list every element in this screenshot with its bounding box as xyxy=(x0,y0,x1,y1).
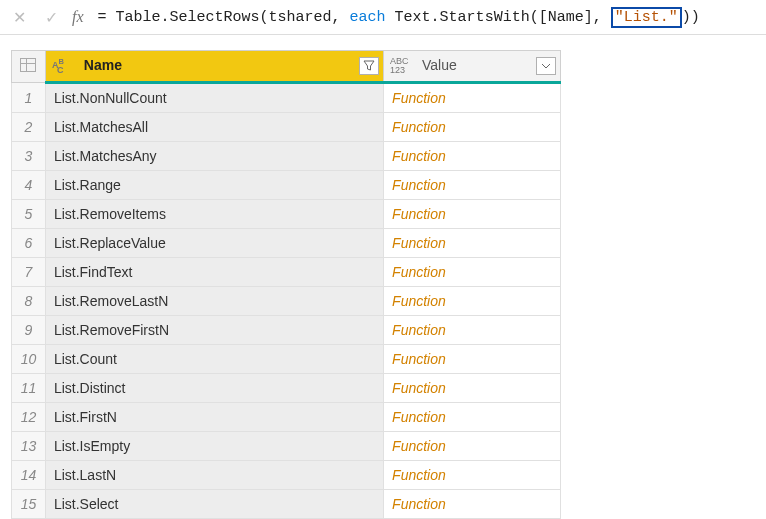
row-number[interactable]: 6 xyxy=(12,229,46,258)
row-number[interactable]: 12 xyxy=(12,403,46,432)
table-row[interactable]: 3List.MatchesAnyFunction xyxy=(12,142,561,171)
column-name-label: Name xyxy=(84,57,122,73)
row-number[interactable]: 1 xyxy=(12,83,46,113)
cell-name[interactable]: List.Range xyxy=(45,171,383,200)
row-number[interactable]: 3 xyxy=(12,142,46,171)
fx-icon[interactable]: fx xyxy=(72,8,84,26)
cell-value[interactable]: Function xyxy=(384,229,561,258)
cell-name[interactable]: List.RemoveLastN xyxy=(45,287,383,316)
cell-name[interactable]: List.NonNullCount xyxy=(45,83,383,113)
cell-name[interactable]: List.FirstN xyxy=(45,403,383,432)
cell-name[interactable]: List.MatchesAll xyxy=(45,113,383,142)
cell-value[interactable]: Function xyxy=(384,287,561,316)
cell-value[interactable]: Function xyxy=(384,171,561,200)
cell-value[interactable]: Function xyxy=(384,113,561,142)
row-number[interactable]: 15 xyxy=(12,490,46,519)
cell-name[interactable]: List.RemoveFirstN xyxy=(45,316,383,345)
row-number[interactable]: 8 xyxy=(12,287,46,316)
table-icon xyxy=(20,58,36,72)
cell-name[interactable]: List.MatchesAny xyxy=(45,142,383,171)
cell-value[interactable]: Function xyxy=(384,374,561,403)
cell-name[interactable]: List.FindText xyxy=(45,258,383,287)
row-number[interactable]: 14 xyxy=(12,461,46,490)
row-number[interactable]: 9 xyxy=(12,316,46,345)
cell-value[interactable]: Function xyxy=(384,461,561,490)
formula-pre: = Table.SelectRows(tshared, xyxy=(98,9,350,26)
row-number[interactable]: 13 xyxy=(12,432,46,461)
cell-value[interactable]: Function xyxy=(384,316,561,345)
table-row[interactable]: 1List.NonNullCountFunction xyxy=(12,83,561,113)
table-row[interactable]: 11List.DistinctFunction xyxy=(12,374,561,403)
row-number[interactable]: 11 xyxy=(12,374,46,403)
cell-value[interactable]: Function xyxy=(384,432,561,461)
dropdown-icon[interactable] xyxy=(536,57,556,75)
cell-name[interactable]: List.Select xyxy=(45,490,383,519)
cell-name[interactable]: List.Count xyxy=(45,345,383,374)
row-number[interactable]: 7 xyxy=(12,258,46,287)
cell-name[interactable]: List.RemoveItems xyxy=(45,200,383,229)
cell-value[interactable]: Function xyxy=(384,345,561,374)
row-number[interactable]: 5 xyxy=(12,200,46,229)
data-table: AB C Name ABC123 Value 1List.NonNullCoun… xyxy=(10,49,756,519)
text-type-icon: AB C xyxy=(52,57,76,75)
table-row[interactable]: 13List.IsEmptyFunction xyxy=(12,432,561,461)
table-row[interactable]: 7List.FindTextFunction xyxy=(12,258,561,287)
cell-name[interactable]: List.Distinct xyxy=(45,374,383,403)
table-row[interactable]: 12List.FirstNFunction xyxy=(12,403,561,432)
column-header-value[interactable]: ABC123 Value xyxy=(384,51,561,83)
table-row[interactable]: 9List.RemoveFirstNFunction xyxy=(12,316,561,345)
formula-highlight: "List." xyxy=(611,7,682,28)
cell-value[interactable]: Function xyxy=(384,403,561,432)
row-number[interactable]: 4 xyxy=(12,171,46,200)
check-icon[interactable]: ✓ xyxy=(40,6,62,28)
column-value-label: Value xyxy=(422,57,457,73)
table-row[interactable]: 6List.ReplaceValueFunction xyxy=(12,229,561,258)
any-type-icon: ABC123 xyxy=(390,57,414,75)
cancel-icon[interactable]: ✕ xyxy=(8,6,30,28)
cell-value[interactable]: Function xyxy=(384,142,561,171)
table-row[interactable]: 15List.SelectFunction xyxy=(12,490,561,519)
rownum-header[interactable] xyxy=(12,51,46,83)
table-row[interactable]: 4List.RangeFunction xyxy=(12,171,561,200)
cell-value[interactable]: Function xyxy=(384,490,561,519)
row-number[interactable]: 10 xyxy=(12,345,46,374)
cell-value[interactable]: Function xyxy=(384,200,561,229)
table-row[interactable]: 14List.LastNFunction xyxy=(12,461,561,490)
formula-post: )) xyxy=(682,9,700,26)
cell-value[interactable]: Function xyxy=(384,258,561,287)
formula-mid: Text.StartsWith([Name], xyxy=(386,9,611,26)
cell-name[interactable]: List.ReplaceValue xyxy=(45,229,383,258)
formula-bar: ✕ ✓ fx = Table.SelectRows(tshared, each … xyxy=(0,0,766,35)
table-row[interactable]: 2List.MatchesAllFunction xyxy=(12,113,561,142)
table-row[interactable]: 8List.RemoveLastNFunction xyxy=(12,287,561,316)
table-row[interactable]: 10List.CountFunction xyxy=(12,345,561,374)
filter-icon[interactable] xyxy=(359,57,379,75)
column-header-name[interactable]: AB C Name xyxy=(45,51,383,83)
formula-each: each xyxy=(350,9,386,26)
table-row[interactable]: 5List.RemoveItemsFunction xyxy=(12,200,561,229)
formula-input[interactable]: = Table.SelectRows(tshared, each Text.St… xyxy=(94,7,758,28)
cell-name[interactable]: List.LastN xyxy=(45,461,383,490)
cell-value[interactable]: Function xyxy=(384,83,561,113)
cell-name[interactable]: List.IsEmpty xyxy=(45,432,383,461)
row-number[interactable]: 2 xyxy=(12,113,46,142)
